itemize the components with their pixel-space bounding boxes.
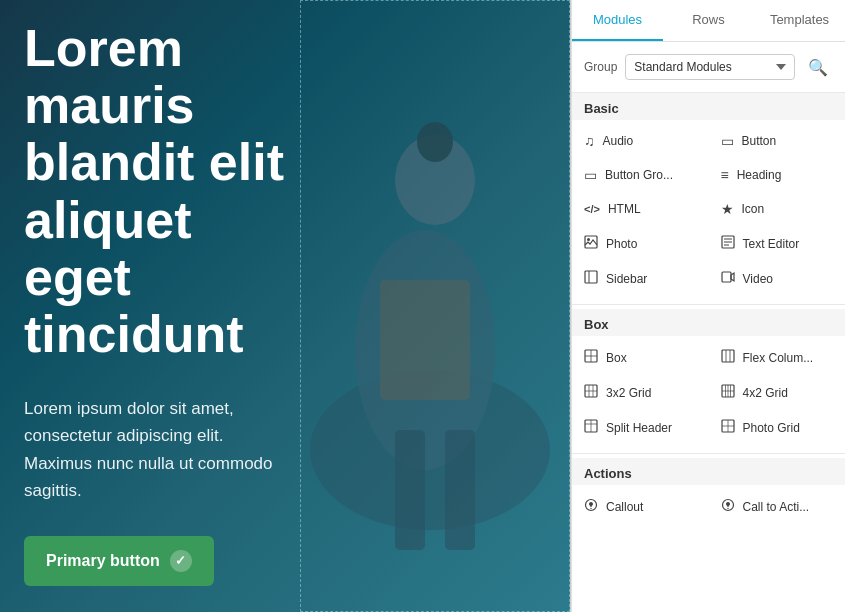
3x2-grid-icon — [584, 384, 598, 401]
photo-icon — [584, 235, 598, 252]
module-call-to-action[interactable]: Call to Acti... — [709, 489, 846, 524]
button-group-icon: ▭ — [584, 167, 597, 183]
video-icon — [721, 270, 735, 287]
svg-rect-5 — [395, 430, 425, 550]
module-4x2-grid[interactable]: 4x2 Grid — [709, 375, 846, 410]
hero-body-text: Lorem ipsum dolor sit amet, consectetur … — [24, 395, 284, 504]
section-basic-header: Basic — [572, 93, 845, 120]
section-actions-header: Actions — [572, 458, 845, 485]
basic-modules-grid: ♫ Audio ▭ Button ▭ Button Gro... ≡ Headi… — [572, 120, 845, 300]
call-to-action-icon — [721, 498, 735, 515]
canvas-area: Lorem mauris blandit elit aliquet eget t… — [0, 0, 570, 612]
box-modules-grid: Box Flex Colum... — [572, 336, 845, 449]
module-3x2-grid[interactable]: 3x2 Grid — [572, 375, 709, 410]
primary-button-label: Primary button — [46, 552, 160, 570]
module-sidebar[interactable]: Sidebar — [572, 261, 709, 296]
section-divider-2 — [572, 453, 845, 454]
svg-rect-13 — [585, 271, 597, 283]
tab-rows[interactable]: Rows — [663, 0, 754, 41]
callout-icon — [584, 498, 598, 515]
canvas-content: Lorem mauris blandit elit aliquet eget t… — [0, 0, 328, 606]
html-icon: </> — [584, 203, 600, 215]
module-photo-grid[interactable]: Photo Grid — [709, 410, 846, 445]
group-label: Group — [584, 60, 617, 74]
svg-point-40 — [727, 508, 728, 509]
svg-point-38 — [590, 508, 591, 509]
search-button[interactable]: 🔍 — [803, 52, 833, 82]
panel-tabs: Modules Rows Templates — [572, 0, 845, 42]
split-header-icon — [584, 419, 598, 436]
modules-list: Basic ♫ Audio ▭ Button ▭ Button Gro... ≡… — [572, 93, 845, 612]
section-box-header: Box — [572, 309, 845, 336]
module-photo[interactable]: Photo — [572, 226, 709, 261]
hero-title: Lorem mauris blandit elit aliquet eget t… — [24, 20, 304, 363]
actions-modules-grid: Callout Call to Acti... — [572, 485, 845, 528]
flex-column-icon — [721, 349, 735, 366]
search-icon: 🔍 — [808, 58, 828, 77]
module-audio[interactable]: ♫ Audio — [572, 124, 709, 158]
module-button-group[interactable]: ▭ Button Gro... — [572, 158, 709, 192]
heading-icon: ≡ — [721, 167, 729, 183]
module-html[interactable]: </> HTML — [572, 192, 709, 226]
audio-icon: ♫ — [584, 133, 595, 149]
box-icon — [584, 349, 598, 366]
panel-search-row: Group Standard Modules 🔍 — [572, 42, 845, 93]
icon-star-icon: ★ — [721, 201, 734, 217]
module-button[interactable]: ▭ Button — [709, 124, 846, 158]
module-video[interactable]: Video — [709, 261, 846, 296]
module-flex-column[interactable]: Flex Colum... — [709, 340, 846, 375]
button-icon: ▭ — [721, 133, 734, 149]
4x2-grid-icon — [721, 384, 735, 401]
module-icon[interactable]: ★ Icon — [709, 192, 846, 226]
svg-point-8 — [587, 238, 590, 241]
tab-modules[interactable]: Modules — [572, 0, 663, 41]
primary-button[interactable]: Primary button ✓ — [24, 536, 214, 586]
right-panel: Modules Rows Templates Group Standard Mo… — [571, 0, 845, 612]
svg-rect-6 — [445, 430, 475, 550]
section-divider-1 — [572, 304, 845, 305]
module-box[interactable]: Box — [572, 340, 709, 375]
svg-point-3 — [417, 122, 453, 162]
module-callout[interactable]: Callout — [572, 489, 709, 524]
tab-templates[interactable]: Templates — [754, 0, 845, 41]
module-heading[interactable]: ≡ Heading — [709, 158, 846, 192]
svg-rect-19 — [722, 350, 734, 362]
svg-rect-4 — [380, 280, 470, 400]
photo-grid-icon — [721, 419, 735, 436]
module-text-editor[interactable]: Text Editor — [709, 226, 846, 261]
svg-rect-15 — [722, 272, 731, 282]
sidebar-icon — [584, 270, 598, 287]
group-select[interactable]: Standard Modules — [625, 54, 795, 80]
text-editor-icon — [721, 235, 735, 252]
module-split-header[interactable]: Split Header — [572, 410, 709, 445]
check-icon: ✓ — [170, 550, 192, 572]
